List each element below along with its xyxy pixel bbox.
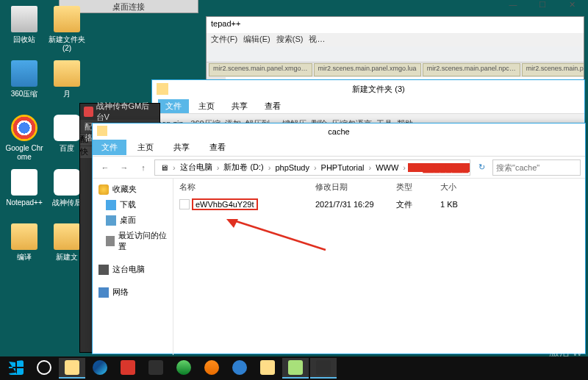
crumb[interactable]: phpStudy [273, 163, 311, 172]
gm-icon [316, 360, 331, 375]
refresh-icon[interactable]: ↻ [473, 159, 490, 176]
notepadpp-tabs[interactable]: mir2.scenes.main.panel.xmgo…mir2.scenes.… [207, 62, 584, 77]
taskbar-app1[interactable] [115, 358, 141, 379]
window-title: cache [328, 127, 349, 136]
ribbon-view[interactable]: 查看 [201, 140, 234, 155]
notepadpp-title: tepad++ [211, 19, 240, 31]
taskbar-app3[interactable] [171, 358, 197, 379]
app6-icon [260, 360, 275, 375]
crumb[interactable]: 这台电脑 [178, 162, 215, 173]
desktop-icon-trash[interactable]: 回收站 [4, 6, 44, 53]
sidebar-this-pc[interactable]: 这台电脑 [93, 262, 173, 277]
folder-icon [11, 223, 37, 250]
icon-label: 新建文件夹(2) [47, 35, 87, 53]
desktop-icon-chrome[interactable]: Google Chrome [4, 115, 44, 162]
desktop-icon [106, 215, 116, 226]
taskbar[interactable] [0, 356, 588, 380]
window-close[interactable]: ✕ [557, 0, 587, 15]
menu-item[interactable]: 搜索(S) [276, 35, 304, 43]
explorer-icon [65, 360, 79, 375]
editor-tab[interactable]: mir2.scenes.main.panel.npc… [423, 63, 520, 76]
col-type[interactable]: 类型 [396, 182, 440, 193]
breadcrumb[interactable]: 🖥›这台电脑›新加卷 (D:)›phpStudy›PHPTutorial›WWW… [154, 159, 470, 176]
pc-icon [98, 265, 109, 275]
ribbon-file[interactable]: 文件 [158, 99, 189, 113]
file-list[interactable]: 名称 修改日期 类型 大小 eWVhbG4uY29t2021/7/31 16:2… [173, 179, 585, 355]
app5-icon [232, 360, 247, 375]
notepadpp-menubar[interactable]: 文件(F)编辑(E)搜索(S)视… [207, 33, 584, 46]
address-bar: ← → ↑ 🖥›这台电脑›新加卷 (D:)›phpStudy›PHPTutori… [93, 157, 585, 179]
ribbon-home[interactable]: 主页 [191, 99, 222, 113]
taskbar-explorer[interactable] [59, 358, 85, 379]
app2-icon [148, 360, 163, 375]
gm-title: 战神传奇GM后台V [96, 101, 156, 123]
editor-tab[interactable]: mir2.scenes.main.panel.npc_restore.lua [522, 63, 584, 76]
search-icon [37, 360, 51, 375]
desktop-icon-folder[interactable]: 新建文件夹(2) [47, 6, 87, 53]
app4-icon [204, 360, 219, 375]
sidebar-favorites[interactable]: 收藏夹 [93, 182, 173, 197]
crumb[interactable]: PHPTutorial [319, 163, 367, 172]
ribbon[interactable]: 文件 主页 共享 查看 [93, 140, 585, 157]
notepadpp-toolbar[interactable] [207, 46, 584, 62]
editor-tab[interactable]: mir2.scenes.main.panel.xmgo.lua [314, 63, 421, 76]
ribbon-view[interactable]: 查看 [257, 99, 288, 113]
recent-icon [106, 236, 115, 246]
taskbar-app2[interactable] [143, 358, 169, 379]
col-date[interactable]: 修改日期 [315, 182, 396, 193]
editor-tab[interactable]: mir2.scenes.main.panel.xmgo… [209, 63, 312, 76]
nav-back[interactable]: ← [97, 159, 113, 176]
explorer-window-cache[interactable]: cache 文件 主页 共享 查看 ← → ↑ 🖥›这台电脑›新加卷 (D:)›… [92, 123, 586, 354]
column-headers[interactable]: 名称 修改日期 类型 大小 [173, 179, 585, 197]
desktop-icon-blue[interactable]: 360压缩 [4, 60, 44, 107]
crumb[interactable]: 新加卷 (D:) [221, 162, 265, 173]
taskbar-search[interactable] [31, 358, 57, 379]
taskbar-app4[interactable] [198, 358, 225, 379]
search-input[interactable] [492, 159, 581, 176]
crumb-root-icon[interactable]: 🖥 [158, 163, 171, 172]
taskbar-edge[interactable] [87, 358, 113, 379]
crumb[interactable]: WWW [373, 163, 401, 172]
taskbar-gm[interactable] [310, 358, 337, 379]
edge-icon [93, 360, 107, 375]
ribbon-share[interactable]: 共享 [224, 99, 255, 113]
folder-icon [97, 126, 107, 136]
icon-label: 编译 [4, 253, 44, 262]
sidebar-downloads[interactable]: 下载 [93, 197, 173, 212]
ribbon-home[interactable]: 主页 [129, 140, 162, 155]
ribbon-share[interactable]: 共享 [165, 140, 198, 155]
desktop-icon-npp[interactable]: Notepad++ [4, 169, 44, 216]
file-row[interactable]: eWVhbG4uY29t2021/7/31 16:29文件1 KB [173, 197, 585, 212]
desktop-icon-folder[interactable]: 编译 [4, 223, 44, 270]
sidebar-desktop[interactable]: 桌面 [93, 212, 173, 228]
taskbar-app6[interactable] [254, 358, 281, 379]
folder-icon [157, 83, 168, 95]
nav-up[interactable]: ↑ [135, 159, 151, 176]
npp-icon [11, 169, 37, 196]
menu-item[interactable]: 视… [309, 35, 325, 43]
file-type: 文件 [396, 199, 440, 210]
taskbar-app5[interactable] [226, 358, 253, 379]
icon-label: 月 [47, 90, 87, 98]
col-name[interactable]: 名称 [179, 182, 315, 193]
ribbon[interactable]: 文件 主页 共享 查看 [152, 98, 584, 114]
file-size: 1 KB [440, 200, 484, 209]
chrome-icon [11, 115, 37, 141]
file-name: eWVhbG4uY29t [192, 198, 258, 210]
sidebar-network[interactable]: 网络 [93, 284, 173, 300]
icon-label: Notepad++ [4, 198, 44, 207]
window-minimize[interactable]: — [498, 0, 528, 15]
ribbon-file[interactable]: 文件 [93, 140, 126, 155]
col-size[interactable]: 大小 [440, 182, 484, 193]
desktop-icon-folder[interactable]: 月 [47, 60, 87, 107]
taskbar-notepadpp[interactable] [282, 358, 309, 379]
taskbar-start[interactable] [3, 358, 29, 379]
menu-item[interactable]: 编辑(E) [243, 35, 270, 43]
sidebar: 收藏夹 下载 桌面 最近访问的位置 这台电脑 网络 [93, 179, 173, 355]
menu-item[interactable]: 文件(F) [211, 35, 237, 43]
window-maximize[interactable]: ☐ [528, 0, 557, 15]
blue-icon [11, 60, 37, 87]
nav-forward[interactable]: → [116, 159, 132, 176]
folder-icon [54, 6, 80, 32]
sidebar-recent[interactable]: 最近访问的位置 [93, 228, 173, 254]
